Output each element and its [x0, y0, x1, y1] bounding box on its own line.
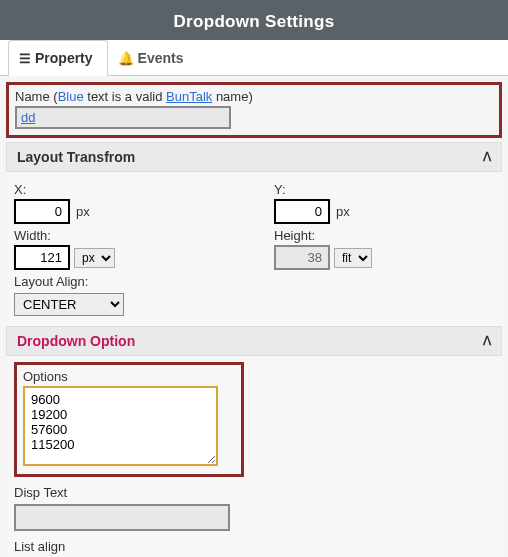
section-layout-header[interactable]: Layout Transfrom ᐱ: [6, 142, 502, 172]
window-title: Dropdown Settings: [0, 6, 508, 40]
layout-align-select[interactable]: CENTER: [14, 293, 124, 316]
x-label: X:: [14, 182, 234, 197]
options-textarea[interactable]: [23, 386, 218, 466]
list-align-label: List align: [14, 539, 494, 554]
tab-property[interactable]: ☰ Property: [8, 40, 108, 76]
chevron-up-icon: ᐱ: [483, 334, 491, 348]
height-input[interactable]: [274, 245, 330, 270]
width-unit-select[interactable]: px: [74, 248, 115, 268]
x-input[interactable]: [14, 199, 70, 224]
y-label: Y:: [274, 182, 494, 197]
options-label: Options: [23, 369, 235, 384]
y-input[interactable]: [274, 199, 330, 224]
section-dropdown-header[interactable]: Dropdown Option ᐱ: [6, 326, 502, 356]
name-section: Name (Blue text is a valid BunTalk name): [6, 82, 502, 138]
y-unit: px: [336, 204, 350, 219]
height-label: Height:: [274, 228, 494, 243]
layout-align-label: Layout Align:: [14, 274, 234, 289]
list-icon: ☰: [19, 51, 31, 66]
name-label: Name (Blue text is a valid BunTalk name): [15, 89, 493, 104]
width-input[interactable]: [14, 245, 70, 270]
tab-bar: ☰ Property 🔔 Events: [0, 40, 508, 76]
height-unit-select[interactable]: fit: [334, 248, 372, 268]
disp-text-input[interactable]: [14, 504, 230, 531]
options-highlight: Options: [14, 362, 244, 477]
bell-icon: 🔔: [118, 51, 134, 66]
tab-events-label: Events: [138, 50, 184, 66]
section-layout-body: X: px Width: px Layout Align: CENTER Y: …: [6, 172, 502, 326]
disp-text-label: Disp Text: [14, 485, 494, 500]
x-unit: px: [76, 204, 90, 219]
tab-events[interactable]: 🔔 Events: [108, 40, 198, 75]
section-dropdown-body: Options Disp Text List align BUTTOM: [6, 356, 502, 557]
chevron-up-icon: ᐱ: [483, 150, 491, 164]
buntalk-link[interactable]: BunTalk: [166, 89, 212, 104]
name-input[interactable]: [15, 106, 231, 129]
width-label: Width:: [14, 228, 234, 243]
tab-property-label: Property: [35, 50, 93, 66]
